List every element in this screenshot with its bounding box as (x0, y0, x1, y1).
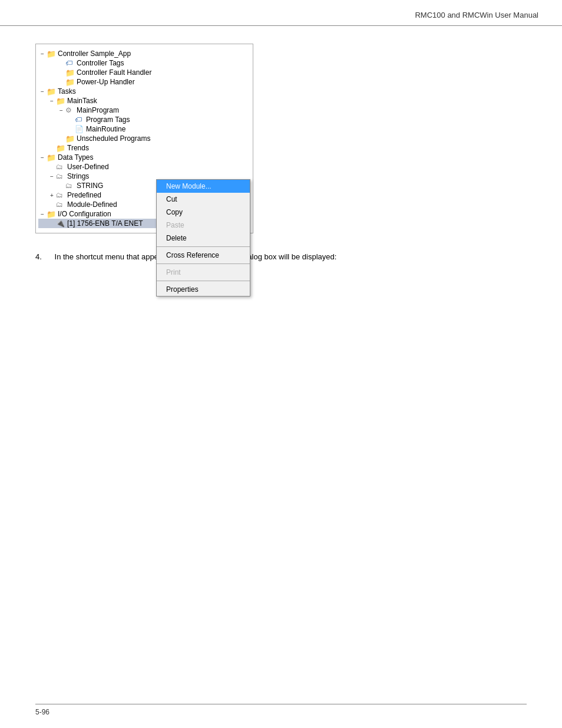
tree-label-predefined: Predefined (67, 191, 101, 199)
context-menu-item-paste: Paste (157, 219, 250, 232)
context-menu-item-print: Print (157, 266, 250, 279)
tree-label-trends: Trends (67, 144, 89, 152)
manual-title: RMC100 and RMCWin User Manual (415, 11, 538, 19)
tree-node-controller-fault-handler[interactable]: 📁Controller Fault Handler (38, 68, 250, 77)
tree-label-program-tags: Program Tags (86, 116, 130, 124)
context-menu-separator (157, 281, 250, 281)
tree-icon-unscheduled-programs: 📁 (65, 134, 75, 143)
tree-node-main-task[interactable]: −📁MainTask (38, 96, 250, 106)
context-menu-item-new-module[interactable]: New Module... (157, 180, 250, 193)
tree-icon-io-configuration: 📁 (47, 210, 56, 218)
context-menu-item-delete[interactable]: Delete (157, 232, 250, 245)
tree-label-module-1756: [1] 1756-ENB T/A ENET (67, 219, 143, 228)
tree-node-trends[interactable]: 📁Trends (38, 143, 250, 153)
tree-icon-module-1756: 🔌 (56, 219, 65, 228)
context-menu-item-copy[interactable]: Copy (157, 206, 250, 219)
context-menu-item-properties[interactable]: Properties (157, 283, 250, 296)
tree-label-string: STRING (77, 182, 103, 190)
tree-label-io-configuration: I/O Configuration (58, 210, 111, 218)
tree-icon-user-defined: 🗂 (56, 163, 65, 171)
context-menu[interactable]: New Module...CutCopyPasteDeleteCross Ref… (156, 179, 250, 297)
tree-label-main-task: MainTask (67, 97, 97, 105)
tree-toggle[interactable]: − (38, 88, 47, 95)
step-description: 4. In the shortcut menu that appears, cl… (35, 251, 527, 263)
tree-icon-data-types: 📁 (47, 153, 56, 162)
tree-icon-module-defined: 🗂 (56, 200, 65, 209)
tree-icon-main-program: ⚙ (65, 106, 75, 114)
tree-label-main-program: MainProgram (77, 106, 119, 114)
context-menu-item-cut[interactable]: Cut (157, 193, 250, 206)
tree-label-data-types: Data Types (58, 153, 93, 162)
tree-icon-controller-tags: 🏷 (65, 59, 75, 67)
tree-icon-power-up-handler: 📁 (65, 78, 75, 86)
tree-icon-controller-fault-handler: 📁 (65, 68, 75, 77)
tree-node-controller-tags[interactable]: 🏷Controller Tags (38, 58, 250, 68)
page-footer: 5-96 (35, 704, 527, 716)
tree-toggle[interactable]: − (38, 154, 47, 161)
tree-node-main-program[interactable]: −⚙MainProgram (38, 106, 250, 115)
tree-label-module-defined: Module-Defined (67, 200, 117, 209)
tree-label-main-routine: MainRoutine (86, 125, 125, 133)
tree-node-main-routine[interactable]: 📄MainRoutine (38, 124, 250, 134)
tree-toggle[interactable]: − (48, 98, 56, 104)
tree-toggle[interactable]: − (38, 211, 47, 218)
tree-icon-tasks: 📁 (47, 87, 56, 95)
tree-icon-main-task: 📁 (56, 97, 65, 105)
tree-icon-main-routine: 📄 (75, 125, 84, 133)
tree-toggle[interactable]: − (57, 107, 65, 114)
tree-toggle[interactable]: − (48, 173, 56, 180)
page-number: 5-96 (35, 708, 49, 716)
tree-toggle[interactable]: − (38, 51, 47, 57)
tree-node-user-defined[interactable]: 🗂User-Defined (38, 162, 250, 172)
context-menu-item-cross-reference[interactable]: Cross Reference (157, 249, 250, 262)
tree-label-user-defined: User-Defined (67, 163, 109, 171)
context-menu-separator (157, 246, 250, 247)
page-header: RMC100 and RMCWin User Manual (0, 0, 562, 26)
tree-label-unscheduled-programs: Unscheduled Programs (77, 134, 150, 143)
tree-node-power-up-handler[interactable]: 📁Power-Up Handler (38, 77, 250, 87)
tree-label-strings: Strings (67, 172, 89, 180)
tree-icon-strings: 🗂 (56, 172, 65, 180)
step-number: 4. (35, 252, 42, 261)
tree-label-controller-fault-handler: Controller Fault Handler (77, 68, 151, 77)
tree-node-unscheduled-programs[interactable]: 📁Unscheduled Programs (38, 134, 250, 143)
tree-icon-controller-sample-app: 📁 (47, 50, 56, 58)
tree-icon-program-tags: 🏷 (75, 116, 84, 124)
tree-icon-string: 🗂 (65, 182, 75, 190)
page-content: −📁Controller Sample_App🏷Controller Tags📁… (0, 26, 562, 281)
tree-label-controller-sample-app: Controller Sample_App (58, 50, 131, 58)
context-menu-separator (157, 263, 250, 264)
tree-toggle[interactable]: + (48, 192, 56, 199)
tree-icon-trends: 📁 (56, 144, 65, 152)
tree-node-data-types[interactable]: −📁Data Types (38, 153, 250, 162)
tree-label-power-up-handler: Power-Up Handler (77, 78, 135, 86)
tree-icon-predefined: 🗂 (56, 191, 65, 199)
tree-node-tasks[interactable]: −📁Tasks (38, 87, 250, 96)
tree-node-controller-sample-app[interactable]: −📁Controller Sample_App (38, 49, 250, 58)
tree-label-tasks: Tasks (58, 87, 76, 95)
tree-label-controller-tags: Controller Tags (77, 59, 124, 67)
tree-node-program-tags[interactable]: 🏷Program Tags (38, 115, 250, 124)
